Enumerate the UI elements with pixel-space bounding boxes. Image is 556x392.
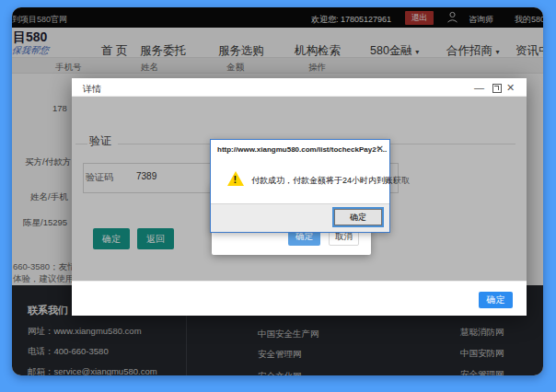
detail-modal-body: 验证 验证码 7389 获取 确定 返回 确定 取消 http://www.xi… [72,97,527,281]
detail-modal-title: 详情 [83,83,101,96]
modal-footer-confirm-button[interactable]: 确定 [479,292,513,308]
minimize-icon[interactable]: — [474,82,484,93]
browser-alert-dialog: http://www.xiangmu580.com/list/tocheckPa… [210,139,390,233]
close-icon[interactable]: ✕ [376,144,384,154]
alert-ok-button[interactable]: 确定 [334,209,382,225]
restore-icon[interactable] [492,84,502,93]
detail-modal-titlebar: 详情 — ✕ [72,78,527,97]
close-icon[interactable]: ✕ [506,82,515,93]
browser-frame: 到项目580官网 欢迎您: 17805127961 退出 咨询师 我的580 目… [12,7,543,375]
detail-modal: 详情 — ✕ 验证 验证码 7389 获取 确定 返回 确定 取消 [72,78,527,316]
alert-body: ! 付款成功，付款金额将于24小时内到账! [211,158,389,203]
alert-message: 付款成功，付款金额将于24小时内到账! [251,175,396,187]
alert-footer: 确定 [211,203,389,232]
alert-title: http://www.xiangmu580.com/list/tocheckPa… [217,145,387,154]
warning-icon: ! [227,171,244,186]
detail-modal-footer: 确定 [72,281,527,316]
alert-titlebar: http://www.xiangmu580.com/list/tocheckPa… [211,140,389,158]
